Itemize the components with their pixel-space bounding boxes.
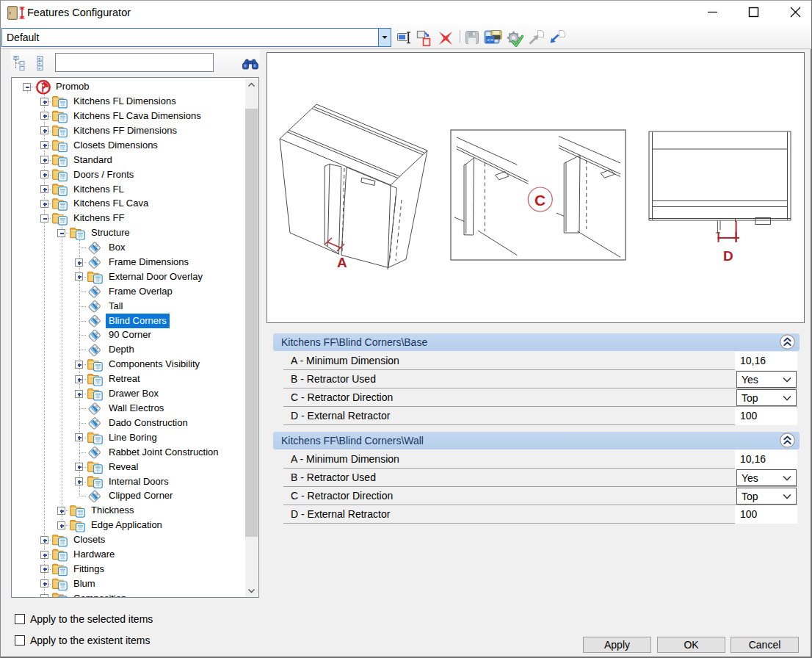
svg-text:D: D — [723, 248, 733, 264]
svg-text:C: C — [534, 192, 545, 209]
svg-text:+: + — [38, 61, 40, 65]
svg-text:<=: <= — [487, 37, 494, 43]
svg-text:+: + — [38, 56, 40, 60]
svg-text:5: 5 — [15, 56, 17, 60]
svg-text:A: A — [337, 255, 347, 270]
svg-text:+: + — [38, 66, 40, 70]
